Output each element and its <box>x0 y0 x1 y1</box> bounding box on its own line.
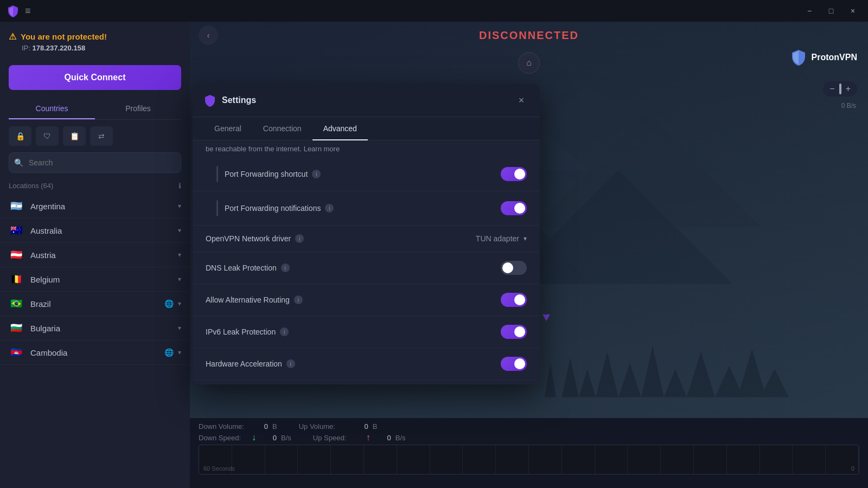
hardware-accel-info-icon[interactable]: i <box>286 359 295 368</box>
modal-overlay: Settings × General Connection Advanced b… <box>0 0 868 488</box>
modal-title: Settings <box>222 95 514 105</box>
openvpn-info-icon[interactable]: i <box>295 234 304 243</box>
port-forwarding-shortcut-info-icon[interactable]: i <box>312 170 321 178</box>
settings-item-port-forwarding-shortcut: Port Forwarding shortcut i <box>193 157 540 191</box>
modal-body: be reachable from the internet. Learn mo… <box>193 140 540 384</box>
alt-routing-label: Allow Alternative Routing i <box>206 296 501 304</box>
port-forwarding-shortcut-toggle[interactable] <box>501 167 527 181</box>
modal-logo-icon <box>203 94 216 107</box>
modal-tabs: General Connection Advanced <box>193 117 540 140</box>
dns-leak-toggle[interactable] <box>501 261 527 275</box>
alt-routing-info-icon[interactable]: i <box>294 296 303 304</box>
settings-item-hardware-accel: Hardware Acceleration i <box>193 348 540 380</box>
settings-item-alt-routing: Allow Alternative Routing i <box>193 284 540 316</box>
port-forwarding-notifications-info-icon[interactable]: i <box>325 204 334 213</box>
settings-modal: Settings × General Connection Advanced b… <box>193 84 540 384</box>
sub-indicator <box>216 166 218 182</box>
alt-routing-toggle[interactable] <box>501 293 527 307</box>
openvpn-label: OpenVPN Network driver i <box>206 234 476 243</box>
sub-indicator-2 <box>216 200 218 216</box>
openvpn-dropdown[interactable]: TUN adapter ▾ <box>476 234 527 243</box>
ipv6-leak-toggle[interactable] <box>501 325 527 339</box>
settings-item-port-forwarding-notifications: Port Forwarding notifications i <box>193 191 540 226</box>
modal-close-button[interactable]: × <box>514 93 529 108</box>
modal-header: Settings × <box>193 84 540 117</box>
settings-item-dns-leak: DNS Leak Protection i <box>193 252 540 284</box>
partial-description-text: be reachable from the internet. Learn mo… <box>193 140 540 157</box>
ipv6-leak-label: IPv6 Leak Protection i <box>206 328 501 336</box>
dns-leak-label: DNS Leak Protection i <box>206 264 501 272</box>
ipv6-leak-info-icon[interactable]: i <box>280 328 289 336</box>
openvpn-value: TUN adapter <box>476 234 519 243</box>
settings-item-ipv6-leak: IPv6 Leak Protection i <box>193 316 540 348</box>
port-forwarding-shortcut-label: Port Forwarding shortcut i <box>225 170 501 178</box>
port-forwarding-notifications-label: Port Forwarding notifications i <box>225 204 501 213</box>
port-forwarding-notifications-toggle[interactable] <box>501 201 527 215</box>
settings-item-split-tunneling: Split Tunneling i <box>193 380 540 384</box>
settings-item-openvpn: OpenVPN Network driver i TUN adapter ▾ <box>193 226 540 252</box>
hardware-accel-toggle[interactable] <box>501 357 527 371</box>
hardware-accel-label: Hardware Acceleration i <box>206 359 501 368</box>
tab-advanced[interactable]: Advanced <box>312 118 368 140</box>
partial-text-content: be reachable from the internet. Learn mo… <box>206 145 340 153</box>
tab-connection[interactable]: Connection <box>252 118 312 140</box>
openvpn-dropdown-arrow: ▾ <box>524 235 527 242</box>
tab-general[interactable]: General <box>203 118 252 140</box>
dns-leak-info-icon[interactable]: i <box>281 264 290 272</box>
